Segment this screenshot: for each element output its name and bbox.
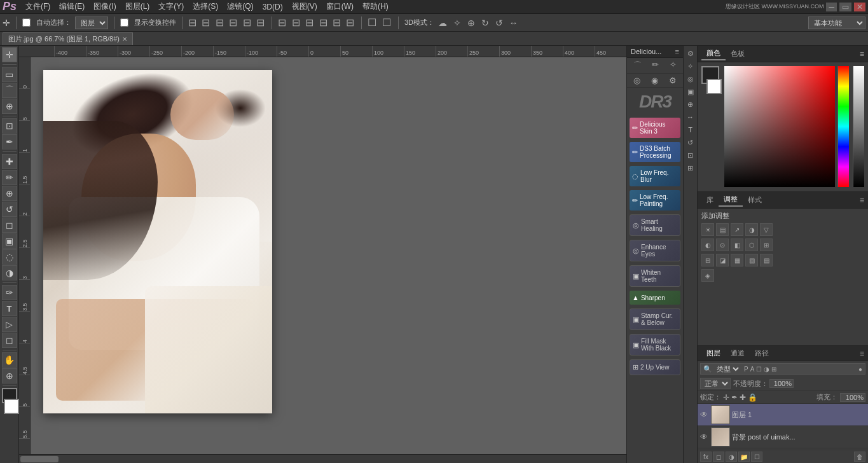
adjustments-tab[interactable]: 调整 xyxy=(719,193,743,207)
shape-tool[interactable]: ◻ xyxy=(2,333,17,348)
vert-icon-1[interactable]: ⚙ xyxy=(685,48,696,59)
photo-filter-icon[interactable]: ⬡ xyxy=(745,238,758,251)
zoom-tool[interactable]: ⊕ xyxy=(2,368,17,384)
horizontal-scrollbar[interactable] xyxy=(19,454,626,463)
marquee-tool[interactable]: ▭ xyxy=(2,67,17,82)
text-tool[interactable]: T xyxy=(2,301,17,316)
threshold-icon[interactable]: ▧ xyxy=(745,254,758,266)
levels-icon[interactable]: ▤ xyxy=(716,223,729,236)
menu-3d[interactable]: 3D(D) xyxy=(259,3,287,11)
2up-view-button[interactable]: ⊞ 2 Up View xyxy=(630,359,680,375)
color-spectrum-strip[interactable] xyxy=(837,66,849,187)
filter-icon-5[interactable]: ⊞ xyxy=(771,366,776,373)
dodge-tool[interactable]: ◑ xyxy=(2,265,17,280)
brush-icon[interactable]: ✏ xyxy=(652,60,659,71)
menu-help[interactable]: 帮助(H) xyxy=(359,1,392,12)
color-opacity-strip[interactable] xyxy=(853,66,864,187)
adjust-panel-menu-icon[interactable]: ≡ xyxy=(860,196,864,205)
active-tab[interactable]: 图片.jpg @ 66.7% (图层 1, RGB/8#) ✕ xyxy=(3,32,133,45)
library-tab[interactable]: 库 xyxy=(701,194,719,206)
layer-select-dropdown[interactable]: 图层 xyxy=(75,17,108,29)
color-gradient-picker[interactable] xyxy=(724,66,835,187)
layer-eye-icon-bg[interactable]: 👁 xyxy=(700,432,709,441)
invert-icon[interactable]: ◪ xyxy=(716,254,729,266)
vibrance-icon[interactable]: ▽ xyxy=(760,223,773,236)
vert-icon-4[interactable]: ▣ xyxy=(685,86,696,97)
posterize-icon[interactable]: ▦ xyxy=(731,254,743,266)
color-balance-icon[interactable]: ⊙ xyxy=(716,238,729,251)
filter-icon-2[interactable]: A xyxy=(750,366,755,373)
filter-toggle[interactable]: ● xyxy=(858,366,862,373)
create-group-button[interactable]: 📁 xyxy=(738,452,750,462)
menu-filter[interactable]: 滤镜(Q) xyxy=(223,1,257,12)
healing-tool[interactable]: ✚ xyxy=(2,154,17,169)
delete-layer-button[interactable]: 🗑 xyxy=(854,452,865,462)
eraser-tool[interactable]: ◻ xyxy=(2,218,17,233)
menu-window[interactable]: 窗口(W) xyxy=(322,1,357,12)
menu-select[interactable]: 选择(S) xyxy=(189,1,222,12)
filter-icon-1[interactable]: P xyxy=(744,366,748,373)
add-layer-mask-button[interactable]: ◻ xyxy=(713,452,724,462)
hue-sat-icon[interactable]: ◐ xyxy=(701,238,714,251)
window-minimize-icon[interactable]: ─ xyxy=(826,3,837,11)
smart-healing-button[interactable]: ◎ Smart Healing xyxy=(630,214,680,236)
fill-mask-button[interactable]: ▣ Fill Mask With Black xyxy=(630,334,680,356)
history-brush-tool[interactable]: ↺ xyxy=(2,202,17,217)
whiten-teeth-button[interactable]: ▣ Whiten Teeth xyxy=(630,265,680,287)
bw-icon[interactable]: ◧ xyxy=(731,238,743,251)
vert-icon-10[interactable]: ⊞ xyxy=(685,162,696,174)
background-color[interactable] xyxy=(4,399,19,414)
channels-tab[interactable]: 通道 xyxy=(726,347,750,359)
delicious-skin-button[interactable]: ✏ Delicious Skin 3 xyxy=(630,118,680,138)
move-tool[interactable]: ✛ xyxy=(2,47,17,62)
color-lookup-icon[interactable]: ⊟ xyxy=(701,254,714,266)
background-color-swatch[interactable] xyxy=(706,79,722,94)
sharpen-button[interactable]: ▲ Sharpen xyxy=(630,291,680,305)
layer-type-select[interactable]: 类型 xyxy=(714,364,741,373)
window-close-icon[interactable]: ✕ xyxy=(854,3,865,11)
vert-icon-2[interactable]: ✧ xyxy=(685,60,696,72)
color-tab[interactable]: 颜色 xyxy=(701,47,726,60)
layer-item[interactable]: 👁 图层 1 xyxy=(698,404,868,426)
styles-tab[interactable]: 样式 xyxy=(743,194,767,206)
add-layer-style-button[interactable]: fx xyxy=(700,452,712,462)
show-transform-checkbox[interactable] xyxy=(120,18,128,27)
canvas-container[interactable] xyxy=(31,57,626,454)
create-adjustment-button[interactable]: ◑ xyxy=(726,452,737,462)
low-freq-painting-button[interactable]: ✏ Low Freq. Painting xyxy=(630,190,680,211)
stamp-cur-below-button[interactable]: ▣ Stamp Cur. & Below xyxy=(630,308,680,330)
quick-select-tool[interactable]: ⊕ xyxy=(2,99,17,114)
lasso-icon[interactable]: ⌒ xyxy=(633,60,642,71)
vert-icon-5[interactable]: ⊕ xyxy=(685,99,696,110)
enhance-eyes-button[interactable]: ◎ Enhance Eyes xyxy=(630,240,680,261)
ds3-batch-button[interactable]: ✏ DS3 Batch Processing xyxy=(630,142,680,162)
window-restore-icon[interactable]: ▭ xyxy=(839,3,851,11)
vert-icon-6[interactable]: ↔ xyxy=(685,111,696,123)
menu-text[interactable]: 文字(Y) xyxy=(155,1,188,12)
basic-function-select[interactable]: 基本功能 xyxy=(808,17,865,29)
gradient-tool[interactable]: ▣ xyxy=(2,233,17,249)
swatches-tab[interactable]: 色板 xyxy=(726,48,750,60)
pen-tool[interactable]: ✑ xyxy=(2,285,17,300)
filter-icon-3[interactable]: ☐ xyxy=(756,366,762,373)
create-layer-button[interactable]: ☐ xyxy=(751,452,762,462)
path-select-tool[interactable]: ▷ xyxy=(2,317,17,332)
lasso-tool[interactable]: ⌒ xyxy=(2,83,17,98)
stamp-icon[interactable]: ◉ xyxy=(651,76,658,85)
blur-tool[interactable]: ◌ xyxy=(2,249,17,265)
clone-stamp-tool[interactable]: ⊕ xyxy=(2,186,17,201)
blend-mode-select[interactable]: 正常 xyxy=(700,378,731,389)
curves-icon[interactable]: ↗ xyxy=(731,223,743,236)
menu-file[interactable]: 文件(F) xyxy=(22,1,54,12)
eyedropper-tool[interactable]: ✒ xyxy=(2,134,17,149)
exposure-icon[interactable]: ◑ xyxy=(745,223,758,236)
menu-image[interactable]: 图像(I) xyxy=(90,1,120,12)
crop-tool[interactable]: ⊡ xyxy=(2,118,17,134)
brush-tool[interactable]: ✏ xyxy=(2,170,17,185)
channel-mixer-icon[interactable]: ⊞ xyxy=(760,238,773,251)
layers-panel-menu-icon[interactable]: ≡ xyxy=(860,349,864,358)
layer-item-bg[interactable]: 👁 背景 post of uimak... xyxy=(698,426,868,448)
gear-icon[interactable]: ⚙ xyxy=(669,76,677,85)
vert-icon-3[interactable]: ◎ xyxy=(685,73,696,85)
layer-eye-icon-1[interactable]: 👁 xyxy=(700,410,709,419)
